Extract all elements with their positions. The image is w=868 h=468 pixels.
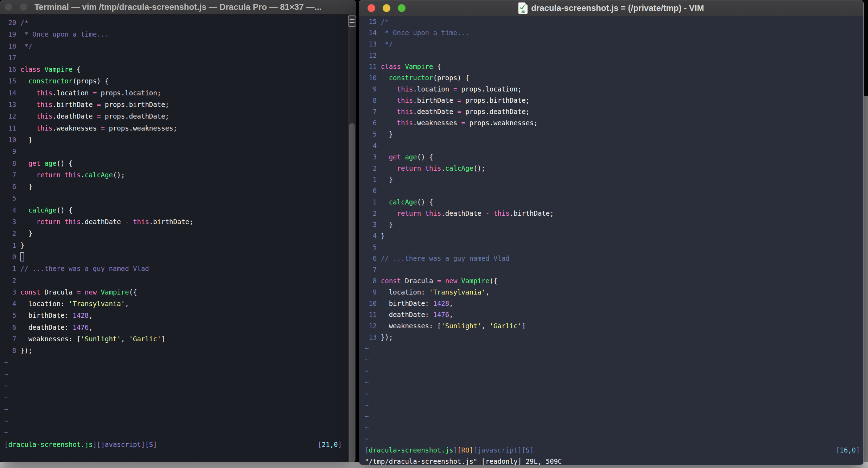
code-line: 9 location: 'Transylvania',	[365, 286, 863, 298]
code-line: 12 weaknesses: ['Sunlight', 'Garlic']	[365, 320, 863, 331]
code-line: 13 this.birthDate = props.birthDate;	[4, 99, 356, 110]
code-line: 10 }	[4, 134, 356, 146]
code-line: 17	[4, 52, 356, 64]
scrollbar-track[interactable]	[348, 14, 356, 462]
js-document-icon: JS	[518, 2, 528, 14]
code-line: 2 }	[4, 228, 356, 239]
code-line: 7 this.deathDate = props.deathDate;	[365, 106, 863, 117]
code-line: 3const Dracula = new Vampire({	[4, 286, 356, 298]
code-line: 4}	[365, 230, 863, 241]
code-line: 2 return this.deathDate - this.birthDate…	[365, 208, 863, 219]
code-line: 11class Vampire {	[365, 61, 863, 72]
code-line: 8});	[4, 345, 356, 356]
code-line: 2	[4, 275, 356, 286]
code-line: 3 return this.deathDate - this.birthDate…	[4, 216, 356, 228]
empty-line-tilde: ~	[365, 411, 863, 422]
vim-statusline: [dracula-screenshot.js][RO][javascript][…	[365, 444, 863, 456]
code-line: 12	[365, 50, 863, 61]
code-line: 1// ...there was a guy named Vlad	[4, 263, 356, 274]
empty-line-tilde: ~	[365, 388, 863, 399]
code-line: 4 calcAge() {	[4, 204, 356, 216]
terminal-titlebar[interactable]: Terminal — vim /tmp/dracula-screenshot.j…	[0, 0, 356, 14]
code-line: 11 this.weaknesses = props.weaknesses;	[4, 122, 356, 134]
code-line: 8 this.birthDate = props.birthDate;	[365, 95, 863, 106]
macvim-titlebar[interactable]: JS dracula-screenshot.js = (/private/tmp…	[359, 0, 863, 16]
window-title: JS dracula-screenshot.js = (/private/tmp…	[359, 0, 863, 16]
empty-line-tilde: ~	[4, 404, 356, 415]
ruler-position: [21,0]	[318, 439, 342, 450]
empty-line-tilde: ~	[4, 415, 356, 427]
window-title-text: dracula-screenshot.js = (/private/tmp) -…	[531, 3, 704, 13]
ruler-position: [16,0]	[836, 444, 860, 456]
empty-line-tilde: ~	[365, 433, 863, 444]
code-line: 3 get age() {	[365, 151, 863, 163]
macvim-window: JS dracula-screenshot.js = (/private/tmp…	[359, 0, 864, 465]
close-button[interactable]	[5, 3, 12, 11]
code-line: 1}	[4, 240, 356, 251]
code-line: 16class Vampire {	[4, 64, 356, 75]
code-line: 4 location: 'Transylvania',	[4, 298, 356, 310]
code-line: 5	[4, 192, 356, 204]
code-line: 7 return this.calcAge();	[4, 169, 356, 181]
code-line: 13 */	[365, 38, 863, 50]
code-line: 6 this.weaknesses = props.weaknesses;	[365, 117, 863, 128]
code-line: 7	[365, 264, 863, 275]
window-title-text: Terminal — vim /tmp/dracula-screenshot.j…	[34, 2, 322, 12]
empty-line-tilde: ~	[4, 357, 356, 368]
code-line: 11 deathDate: 1476,	[365, 309, 863, 320]
empty-line-tilde: ~	[365, 399, 863, 411]
traffic-lights	[368, 4, 406, 12]
code-line: 15/*	[365, 16, 863, 27]
code-line: 6 deathDate: 1476,	[4, 322, 356, 333]
background-window-sliver-gray	[863, 96, 868, 462]
vim-cursor	[20, 252, 24, 261]
code-line: 0	[4, 251, 356, 263]
empty-line-tilde: ~	[4, 368, 356, 380]
empty-line-tilde: ~	[4, 427, 356, 438]
code-line: 8 get age() {	[4, 158, 356, 169]
empty-line-tilde: ~	[4, 392, 356, 404]
zoom-button[interactable]	[35, 3, 43, 11]
code-line: 10 birthDate: 1428,	[365, 298, 863, 309]
code-line: 15 constructor(props) {	[4, 75, 356, 87]
code-line: 1 }	[365, 174, 863, 185]
vim-buffer-left[interactable]: 20/*19 * Once upon a time...18 */1716cla…	[0, 14, 356, 462]
close-button[interactable]	[368, 4, 375, 12]
code-line: 18 */	[4, 40, 356, 52]
code-line: 3 }	[365, 219, 863, 230]
window-title: Terminal — vim /tmp/dracula-screenshot.j…	[0, 0, 356, 14]
code-line: 9	[4, 146, 356, 157]
code-line: 5 }	[365, 128, 863, 140]
vim-buffer-right[interactable]: 15/*14 * Once upon a time...13 */1211cla…	[359, 16, 863, 465]
code-line: 20/*	[4, 17, 356, 29]
code-line: 14 * Once upon a time...	[365, 27, 863, 38]
scrollbar-marks-icon[interactable]	[348, 15, 356, 27]
empty-line-tilde: ~	[365, 377, 863, 388]
traffic-lights	[5, 3, 43, 11]
code-line: 6 }	[4, 181, 356, 192]
empty-line-tilde: ~	[365, 343, 863, 354]
code-line: 9 this.location = props.location;	[365, 83, 863, 95]
zoom-button[interactable]	[398, 4, 406, 12]
empty-line-tilde: ~	[4, 380, 356, 392]
minimize-button[interactable]	[383, 4, 390, 12]
code-line: 19 * Once upon a time...	[4, 29, 356, 40]
empty-line-tilde: ~	[365, 422, 863, 433]
code-line: 5	[365, 241, 863, 253]
code-line: 2 return this.calcAge();	[365, 163, 863, 174]
scrollbar-thumb[interactable]	[349, 123, 355, 462]
code-line: 0	[365, 185, 863, 196]
code-line: 10 constructor(props) {	[365, 72, 863, 83]
code-line: 5 birthDate: 1428,	[4, 310, 356, 321]
empty-line-tilde: ~	[365, 365, 863, 377]
desktop: { "buffer": [ [["c","/*"]], [["c"," * On…	[0, 0, 868, 468]
vim-statusline: [dracula-screenshot.js][javascript][S][2…	[4, 439, 356, 450]
code-line: 13});	[365, 331, 863, 343]
empty-line-tilde: ~	[365, 354, 863, 365]
minimize-button[interactable]	[20, 3, 27, 11]
code-line: 4	[365, 140, 863, 151]
code-line: 8const Dracula = new Vampire({	[365, 275, 863, 286]
code-line: 14 this.location = props.location;	[4, 87, 356, 99]
code-line: 12 this.deathDate = props.deathDate;	[4, 110, 356, 122]
vim-commandline	[4, 450, 356, 462]
